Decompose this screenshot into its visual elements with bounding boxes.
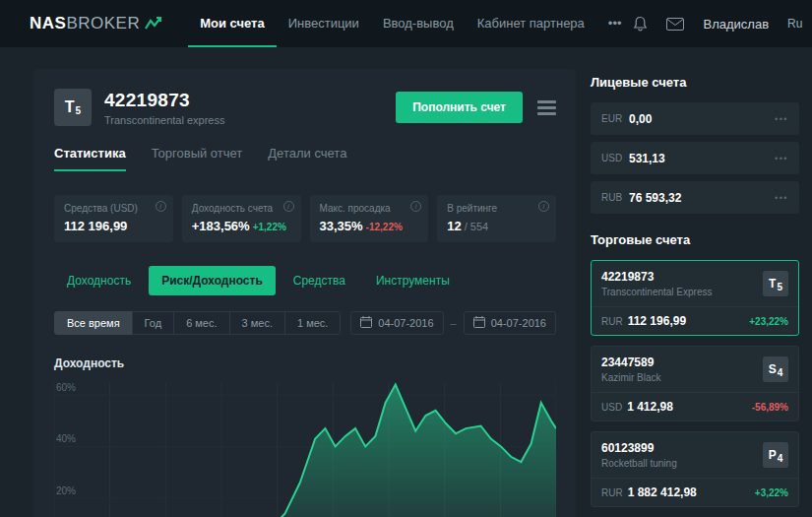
info-icon[interactable]: i bbox=[410, 201, 421, 212]
account-titles: 42219873 Transcontinental express bbox=[104, 90, 225, 126]
topup-account-button[interactable]: Пополнить счет bbox=[396, 92, 523, 123]
account-card: T5 42219873 Transcontinental express Поп… bbox=[34, 69, 576, 517]
subtab-risk-profitability[interactable]: Риск/Доходность bbox=[149, 266, 276, 295]
tab-trading-report[interactable]: Торговый отчет bbox=[152, 146, 243, 171]
date-to-field[interactable]: 04-07-2016 bbox=[464, 311, 556, 335]
info-icon[interactable]: i bbox=[156, 201, 166, 212]
wallet-currency: USD bbox=[601, 153, 629, 163]
trading-account-card-2[interactable]: 23447589 Kazimir Black S4 USD 1 412,98 -… bbox=[591, 346, 799, 421]
date-from-field[interactable]: 04-07-2016 bbox=[350, 311, 443, 335]
period-filter-row: Все время Год 6 мес. 3 мес. 1 мес. 04-07… bbox=[54, 311, 556, 335]
navbar-right: Владислав Ru bbox=[633, 16, 802, 32]
wallet-row-usd[interactable]: USD 531,13 ••• bbox=[591, 142, 799, 174]
account-card-top: 23447589 Kazimir Black S4 bbox=[592, 347, 798, 392]
trading-account-card-3[interactable]: 60123899 Rocketball tuning P4 RUR 1 882 … bbox=[591, 431, 799, 507]
badge-number: 5 bbox=[76, 105, 82, 116]
logo-chart-arrow-icon bbox=[145, 17, 162, 31]
logo-text-bold: NAS bbox=[30, 14, 66, 33]
wallet-menu-icon[interactable]: ••• bbox=[775, 154, 788, 163]
main-nav: Мои счета Инвестиции Ввод-вывод Кабинет … bbox=[188, 0, 633, 47]
account-delta: -56,89% bbox=[752, 402, 788, 413]
page-layout: T5 42219873 Transcontinental express Поп… bbox=[0, 47, 812, 517]
tab-statistics[interactable]: Статистика bbox=[54, 146, 126, 171]
account-balance: 112 196,99 bbox=[628, 314, 686, 328]
nav-item-partner-cabinet[interactable]: Кабинет партнера bbox=[466, 0, 596, 47]
date-range-picker: 04-07-2016 – 04-07-2016 bbox=[350, 311, 556, 335]
wallet-currency: EUR bbox=[601, 113, 629, 124]
account-delta: +23,22% bbox=[749, 316, 788, 327]
account-name: Transcontinental Express bbox=[601, 287, 712, 297]
wallet-balance: 0,00 bbox=[629, 112, 652, 126]
subtab-instruments[interactable]: Инструменты bbox=[363, 266, 463, 295]
nav-item-deposit-withdraw[interactable]: Ввод-вывод bbox=[371, 0, 466, 47]
calendar-icon bbox=[360, 316, 372, 330]
nav-item-more[interactable]: ••• bbox=[596, 0, 634, 47]
account-menu-icon[interactable] bbox=[537, 100, 556, 115]
y-tick-20: 20% bbox=[56, 485, 76, 496]
subtab-funds[interactable]: Средства bbox=[281, 266, 358, 295]
wallet-row-rub[interactable]: RUB 76 593,32 ••• bbox=[591, 181, 799, 214]
account-number: 60123899 bbox=[601, 441, 677, 455]
wallet-balance: 76 593,32 bbox=[629, 191, 681, 205]
wallet-menu-icon[interactable]: ••• bbox=[775, 114, 788, 124]
range-all-time[interactable]: Все время bbox=[54, 311, 133, 335]
stat-funds: Средства (USD) 112 196,99 i bbox=[54, 195, 173, 242]
wallet-row-eur[interactable]: EUR 0,00 ••• bbox=[591, 102, 799, 135]
account-card-bottom: RUR 112 196,99 +23,22% bbox=[592, 306, 798, 335]
stat-label: Макс. просадка bbox=[320, 203, 419, 214]
account-balance: 1 882 412,98 bbox=[628, 485, 697, 499]
main-content: T5 42219873 Transcontinental express Поп… bbox=[34, 69, 576, 517]
date-separator: – bbox=[451, 317, 457, 329]
stat-value: 112 196,99 bbox=[64, 219, 163, 233]
stat-delta: -12,22% bbox=[366, 222, 403, 232]
account-currency: USD bbox=[601, 402, 622, 413]
language-switcher[interactable]: Ru bbox=[787, 17, 802, 31]
badge-letter: T bbox=[65, 98, 75, 116]
nav-item-my-accounts[interactable]: Мои счета bbox=[188, 0, 276, 47]
account-header: T5 42219873 Transcontinental express Поп… bbox=[54, 89, 556, 126]
account-delta: +3,22% bbox=[755, 487, 788, 498]
stat-label: Доходность счета bbox=[192, 203, 291, 214]
trading-account-card-1[interactable]: 42219873 Transcontinental Express T5 RUR… bbox=[591, 260, 799, 336]
nav-item-investments[interactable]: Инвестиции bbox=[277, 0, 371, 47]
user-menu[interactable]: Владислав bbox=[703, 17, 769, 32]
account-currency: RUR bbox=[601, 487, 623, 498]
brand-logo[interactable]: NASBROKER bbox=[30, 14, 162, 33]
chart-title: Доходность bbox=[54, 356, 556, 370]
account-card-bottom: USD 1 412,98 -56,89% bbox=[592, 392, 798, 420]
account-card-bottom: RUR 1 882 412,98 +3,22% bbox=[592, 478, 798, 506]
stats-row: Средства (USD) 112 196,99 i Доходность с… bbox=[54, 195, 556, 242]
account-type-badge: T5 bbox=[54, 89, 92, 126]
wallet-menu-icon[interactable]: ••• bbox=[775, 193, 788, 203]
date-to-value: 04-07-2016 bbox=[491, 317, 546, 329]
top-navbar: NASBROKER Мои счета Инвестиции Ввод-выво… bbox=[0, 0, 812, 47]
account-name: Transcontinental express bbox=[104, 114, 225, 126]
account-card-top: 60123899 Rocketball tuning P4 bbox=[592, 432, 798, 478]
stat-delta: +1,22% bbox=[253, 222, 286, 232]
stat-label: В рейтинге bbox=[447, 203, 546, 214]
tab-account-details[interactable]: Детали счета bbox=[268, 146, 346, 171]
range-3-months[interactable]: 3 мес. bbox=[229, 311, 285, 335]
range-6-months[interactable]: 6 мес. bbox=[173, 311, 229, 335]
account-type-badge: S4 bbox=[763, 356, 788, 382]
account-name: Kazimir Black bbox=[601, 372, 661, 383]
range-1-month[interactable]: 1 мес. bbox=[284, 311, 341, 335]
calendar-icon bbox=[473, 316, 485, 330]
range-segmented-control: Все время Год 6 мес. 3 мес. 1 мес. bbox=[54, 311, 341, 335]
stat-rating: В рейтинге 12/ 554 i bbox=[437, 195, 556, 242]
y-tick-40: 40% bbox=[56, 433, 76, 444]
y-tick-60: 60% bbox=[56, 382, 76, 393]
wallet-currency: RUB bbox=[601, 192, 629, 203]
messages-envelope-icon[interactable] bbox=[666, 18, 684, 31]
info-icon[interactable]: i bbox=[283, 201, 294, 212]
notifications-bell-icon[interactable] bbox=[633, 16, 648, 32]
info-icon[interactable]: i bbox=[538, 201, 549, 212]
account-tabs: Статистика Торговый отчет Детали счета bbox=[54, 146, 556, 171]
performance-chart: 60% 40% 20% bbox=[54, 382, 556, 517]
range-year[interactable]: Год bbox=[132, 311, 175, 335]
accounts-sidebar: Лицевые счета EUR 0,00 ••• USD 531,13 ••… bbox=[591, 69, 799, 517]
account-name: Rocketball tuning bbox=[601, 458, 677, 469]
stat-max-drawdown: Макс. просадка 33,35%-12,22% i bbox=[310, 195, 429, 242]
subtab-profitability[interactable]: Доходность bbox=[54, 266, 144, 295]
account-type-badge: T5 bbox=[763, 271, 788, 296]
